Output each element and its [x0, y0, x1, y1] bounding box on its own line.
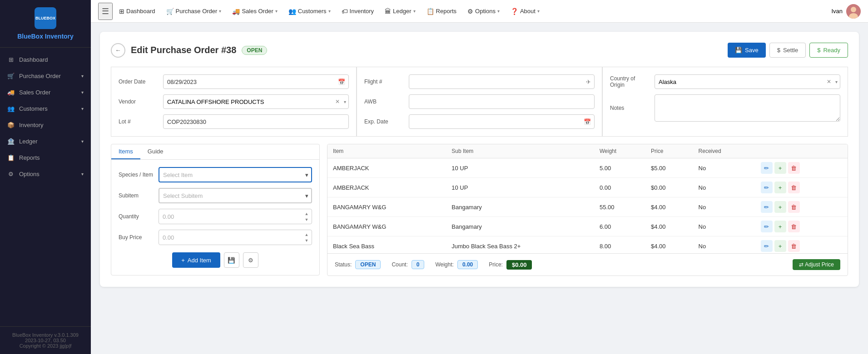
col-actions — [755, 144, 848, 158]
order-date-input[interactable] — [163, 74, 349, 89]
nav-label: Options — [475, 8, 496, 15]
delete-row-button[interactable]: 🗑 — [788, 240, 800, 252]
sidebar-item-sales-order[interactable]: 🚚 Sales Order ▾ — [0, 84, 91, 100]
add-row-button[interactable]: + — [774, 221, 786, 232]
nav-ledger[interactable]: 🏛 Ledger ▾ — [380, 5, 420, 18]
sidebar-item-label: Inventory — [19, 122, 43, 128]
quantity-input[interactable] — [159, 209, 312, 224]
save-item-button[interactable]: 💾 — [224, 252, 239, 268]
settings-button[interactable]: ⚙ — [243, 252, 258, 268]
sidebar-nav: ⊞ Dashboard 🛒 Purchase Order ▾ 🚚 Sales O… — [0, 48, 91, 326]
nav-sales-order[interactable]: 🚚 Sales Order ▾ — [228, 5, 282, 18]
vendor-clear-icon[interactable]: ✕ — [335, 98, 340, 105]
sidebar-item-inventory[interactable]: 📦 Inventory — [0, 117, 91, 133]
nav-about[interactable]: ❓ About ▾ — [506, 5, 544, 18]
subitem-select[interactable]: Select Subitem — [159, 188, 312, 203]
sidebar-item-options[interactable]: ⚙ Options ▾ — [0, 166, 91, 182]
awb-input[interactable] — [409, 94, 595, 109]
chevron-icon: ▾ — [81, 106, 84, 111]
species-select[interactable]: Select Item — [159, 167, 312, 182]
delete-row-button[interactable]: 🗑 — [788, 162, 800, 174]
lot-input[interactable] — [163, 114, 349, 129]
cell-item: BANGAMARY W&G — [327, 197, 446, 217]
nav-username: Ivan — [831, 8, 843, 15]
edit-row-button[interactable]: ✏ — [761, 201, 773, 213]
exp-date-input[interactable] — [409, 114, 595, 129]
quantity-down[interactable]: ▼ — [303, 217, 310, 222]
nav-customers[interactable]: 👥 Customers ▾ — [284, 5, 335, 18]
sidebar-item-customers[interactable]: 👥 Customers ▾ — [0, 100, 91, 117]
cell-actions: ✏ + 🗑 — [755, 197, 848, 217]
back-button[interactable]: ← — [111, 43, 125, 58]
ready-button[interactable]: $ Ready — [809, 43, 848, 58]
buy-price-row: Buy Price ▲ ▼ — [119, 230, 312, 245]
cell-item: Black Sea Bass — [327, 236, 446, 254]
buy-price-down[interactable]: ▼ — [303, 238, 310, 243]
chevron-down-icon: ▾ — [219, 9, 221, 14]
cell-received: No — [693, 197, 755, 217]
buy-price-input[interactable] — [159, 230, 312, 245]
save-icon: 💾 — [735, 47, 742, 54]
adjust-price-button[interactable]: ⇄ Adjust Price — [793, 259, 840, 270]
weight-summary: Weight: 0.00 — [435, 260, 478, 269]
sidebar-item-ledger[interactable]: 🏦 Ledger ▾ — [0, 133, 91, 149]
edit-row-button[interactable]: ✏ — [761, 182, 773, 193]
hamburger-button[interactable]: ☰ — [98, 3, 113, 20]
species-label: Species / Item — [119, 172, 155, 178]
delete-row-button[interactable]: 🗑 — [788, 201, 800, 213]
nav-reports[interactable]: 📋 Reports — [422, 5, 461, 18]
flight-label: Flight # — [364, 79, 405, 85]
buy-price-up[interactable]: ▲ — [303, 232, 310, 237]
edit-row-button[interactable]: ✏ — [761, 240, 773, 252]
exp-date-input-wrap: 📅 — [409, 114, 595, 129]
edit-row-button[interactable]: ✏ — [761, 162, 773, 174]
vendor-select[interactable]: CATALINA OFFSHORE PRODUCTS — [163, 94, 349, 109]
flight-row: Flight # ✈ — [364, 74, 595, 89]
awb-row: AWB — [364, 94, 595, 109]
sidebar: BLUEBOX BlueBox Inventory ⊞ Dashboard 🛒 … — [0, 0, 91, 354]
table-scroll[interactable]: Item Sub Item Weight Price Received — [327, 144, 848, 253]
delete-row-button[interactable]: 🗑 — [788, 221, 800, 232]
cell-price: $4.00 — [645, 197, 693, 217]
add-row-button[interactable]: + — [774, 240, 786, 252]
nav-options[interactable]: ⚙ Options ▾ — [463, 5, 504, 18]
tab-guide[interactable]: Guide — [140, 144, 171, 159]
nav-inventory[interactable]: 🏷 Inventory — [337, 5, 378, 18]
delete-row-button[interactable]: 🗑 — [788, 182, 800, 193]
items-table: Item Sub Item Weight Price Received — [327, 144, 848, 253]
quantity-up[interactable]: ▲ — [303, 211, 310, 216]
status-label: Status: — [335, 261, 352, 268]
add-row-button[interactable]: + — [774, 182, 786, 193]
notes-label: Notes — [610, 105, 651, 111]
buy-price-spinner: ▲ ▼ — [303, 232, 310, 243]
sidebar-item-dashboard[interactable]: ⊞ Dashboard — [0, 51, 91, 68]
notes-input[interactable] — [655, 94, 840, 122]
country-select[interactable]: Alaska — [655, 74, 840, 89]
country-clear-icon[interactable]: ✕ — [827, 79, 831, 85]
save-button[interactable]: 💾 Save — [728, 43, 766, 58]
nav-user[interactable]: Ivan — [831, 4, 861, 19]
edit-row-button[interactable]: ✏ — [761, 221, 773, 232]
sidebar-item-purchase-order[interactable]: 🛒 Purchase Order ▾ — [0, 68, 91, 84]
settle-button[interactable]: $ Settle — [769, 43, 806, 58]
flight-input[interactable] — [409, 74, 595, 89]
nav-purchase-order[interactable]: 🛒 Purchase Order ▾ — [162, 5, 226, 18]
subitem-row: Subitem Select Subitem ▾ — [119, 188, 312, 203]
tab-items[interactable]: Items — [111, 144, 140, 159]
cell-item: AMBERJACK — [327, 178, 446, 197]
add-item-button[interactable]: + Add Item — [172, 252, 220, 268]
table-row: AMBERJACK 10 UP 5.00 $5.00 No ✏ + 🗑 — [327, 158, 848, 178]
nav-dashboard[interactable]: ⊞ Dashboard — [114, 5, 160, 18]
quantity-spinner: ▲ ▼ — [303, 211, 310, 222]
add-row-button[interactable]: + — [774, 201, 786, 213]
table-header-row: Item Sub Item Weight Price Received — [327, 144, 848, 158]
nav-label: Customers — [298, 8, 327, 15]
cell-weight: 55.00 — [594, 197, 645, 217]
cell-received: No — [693, 217, 755, 236]
cell-received: No — [693, 158, 755, 178]
add-row-button[interactable]: + — [774, 162, 786, 174]
cell-sub-item: 10 UP — [446, 158, 594, 178]
chevron-icon: ▾ — [81, 90, 84, 95]
sidebar-item-label: Options — [19, 171, 40, 177]
sidebar-item-reports[interactable]: 📋 Reports — [0, 149, 91, 166]
